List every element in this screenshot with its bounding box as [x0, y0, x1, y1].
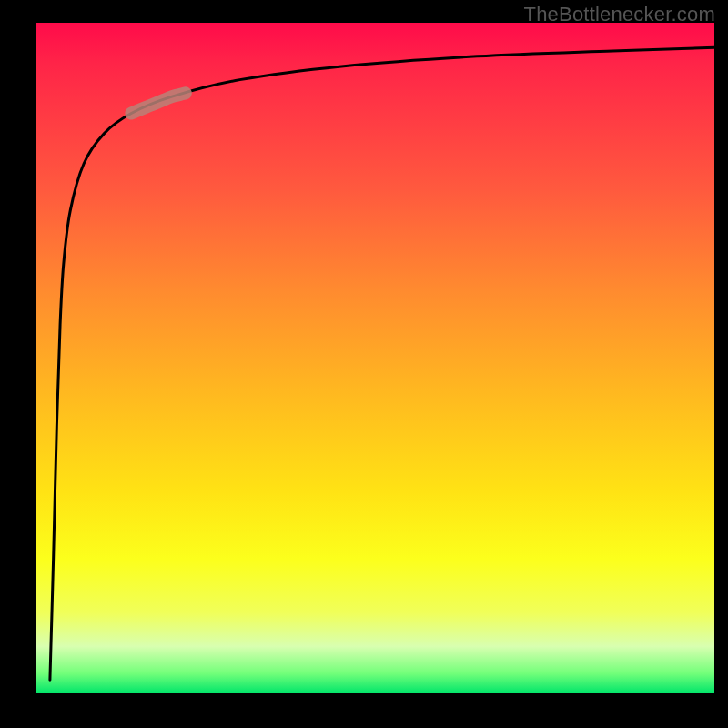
watermark-label: TheBottlenecker.com: [524, 3, 715, 26]
curve-layer: [36, 23, 714, 693]
bottleneck-curve: [50, 47, 714, 680]
chart-stage: TheBottlenecker.com: [0, 0, 728, 728]
highlight-segment: [131, 93, 186, 113]
